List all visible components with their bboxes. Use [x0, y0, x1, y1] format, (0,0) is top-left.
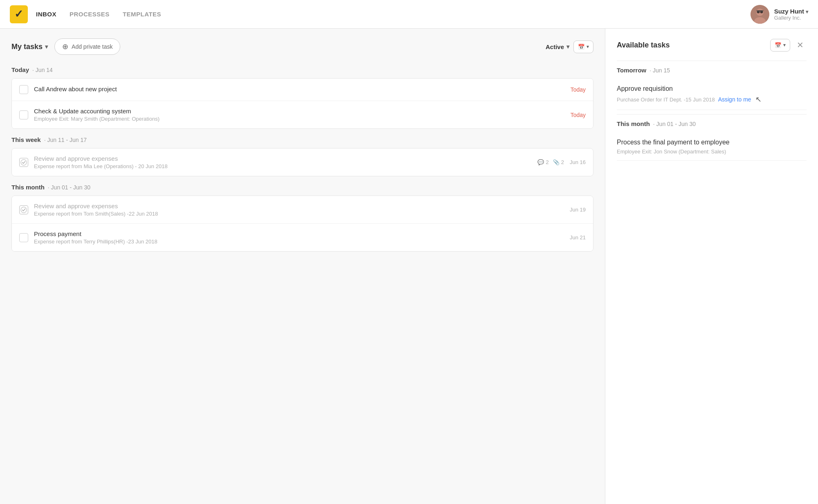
task-row[interactable]: Process payment Expense report from Terr… — [12, 224, 593, 251]
nav-templates[interactable]: TEMPLATES — [123, 9, 161, 19]
comment-number: 2 — [546, 159, 548, 165]
right-panel-header: Available tasks 📅 ▾ ✕ — [617, 38, 807, 52]
app-logo[interactable]: ✓ — [10, 5, 28, 23]
available-task-title: Process the final payment to employee — [617, 139, 807, 146]
user-info: Suzy Hunt▾ Gallery Inc. — [774, 8, 808, 21]
attachment-number: 2 — [561, 159, 564, 165]
my-tasks-chevron-icon: ▾ — [45, 43, 48, 50]
task-right: 💬 2 📎 2 Jun 16 — [537, 159, 586, 165]
task-content: Process payment Expense report from Terr… — [34, 230, 570, 245]
task-right: Jun 19 — [570, 207, 586, 213]
task-checkbox[interactable] — [19, 85, 28, 94]
right-section-tomorrow-date: · Jun 15 — [649, 67, 670, 74]
comment-icon: 💬 — [537, 159, 544, 165]
task-title: Check & Update accounting system — [34, 108, 571, 115]
right-calendar-chevron-icon: ▾ — [783, 42, 786, 48]
this-week-task-group: Review and approve expenses Expense repo… — [11, 148, 593, 176]
task-right: Today — [571, 112, 586, 118]
task-date: Today — [571, 86, 586, 93]
task-title: Review and approve expenses — [34, 155, 537, 162]
right-section-month-label: This month — [617, 120, 650, 127]
attachment-icon: 📎 — [553, 159, 560, 165]
task-title: Call Andrew about new project — [34, 86, 571, 92]
right-section-this-month: This month · Jun 01 - Jun 30 — [617, 114, 807, 127]
top-navigation: ✓ INBOX PROCESSES TEMPLATES — [0, 0, 818, 29]
section-week-label: This week — [11, 136, 41, 143]
available-task-row[interactable]: Process the final payment to employee Em… — [617, 133, 807, 161]
my-tasks-dropdown[interactable]: My tasks ▾ — [11, 43, 48, 51]
available-task-sub: Employee Exit: Jon Snow (Department: Sal… — [617, 148, 807, 155]
task-row[interactable]: Review and approve expenses Expense repo… — [12, 196, 593, 224]
my-tasks-label: My tasks — [11, 43, 43, 51]
right-controls-group: 📅 ▾ ✕ — [770, 38, 807, 52]
today-task-group: Call Andrew about new project Today Chec… — [11, 78, 593, 129]
task-date: Today — [571, 112, 586, 118]
section-week-date: · Jun 11 - Jun 17 — [44, 137, 87, 143]
add-private-task-button[interactable]: ⊕ Add private task — [54, 38, 120, 55]
task-row[interactable]: Check & Update accounting system Employe… — [12, 101, 593, 128]
task-subtitle: Expense report from Terry Phillips(HR) -… — [34, 239, 570, 245]
left-panel: My tasks ▾ ⊕ Add private task Active ▾ 📅… — [0, 29, 605, 504]
right-calendar-button[interactable]: 📅 ▾ — [770, 39, 790, 52]
right-controls: Active ▾ 📅 ▾ — [546, 40, 593, 53]
task-row[interactable]: Review and approve expenses Expense repo… — [12, 148, 593, 176]
calendar-view-button[interactable]: 📅 ▾ — [573, 40, 593, 53]
avatar[interactable] — [751, 5, 769, 24]
this-month-task-group: Review and approve expenses Expense repo… — [11, 196, 593, 252]
nav-processes[interactable]: PROCESSES — [70, 9, 110, 19]
task-content: Call Andrew about new project — [34, 86, 571, 94]
section-today-date: · Jun 14 — [32, 67, 53, 73]
task-date: Jun 16 — [570, 159, 586, 165]
available-task-row[interactable]: Approve requisition Purchase Order for I… — [617, 79, 807, 110]
task-content: Check & Update accounting system Employe… — [34, 108, 571, 122]
add-task-label: Add private task — [72, 43, 112, 50]
available-task-subtitle: Employee Exit: Jon Snow (Department: Sal… — [617, 148, 726, 155]
svg-rect-8 — [759, 10, 764, 11]
attachment-count: 📎 2 — [553, 159, 564, 165]
task-subtitle: Employee Exit: Mary Smith (Department: O… — [34, 116, 571, 122]
nav-links: INBOX PROCESSES TEMPLATES — [36, 9, 751, 19]
available-tasks-title: Available tasks — [617, 41, 670, 50]
task-title: Process payment — [34, 230, 570, 237]
task-checkbox[interactable] — [19, 110, 28, 119]
assign-to-me-button[interactable]: Assign to me — [718, 96, 751, 103]
section-today: Today · Jun 14 — [11, 66, 593, 73]
right-section-tomorrow: Tomorrow · Jun 15 — [617, 61, 807, 74]
close-right-panel-button[interactable]: ✕ — [793, 38, 807, 52]
active-label: Active — [546, 43, 564, 50]
task-date: Jun 21 — [570, 234, 586, 241]
section-month-label: This month — [11, 184, 45, 191]
right-section-tomorrow-label: Tomorrow — [617, 67, 646, 74]
task-subtitle: Expense report from Mia Lee (Operations)… — [34, 163, 537, 169]
avatar-image — [751, 5, 769, 24]
plus-icon: ⊕ — [62, 42, 68, 51]
section-today-label: Today — [11, 66, 29, 73]
task-right: Jun 21 — [570, 234, 586, 241]
task-row[interactable]: Call Andrew about new project Today — [12, 79, 593, 101]
right-panel: Available tasks 📅 ▾ ✕ Tomorrow · Jun 15 … — [605, 29, 818, 504]
calendar-icon: 📅 — [578, 44, 585, 50]
nav-inbox[interactable]: INBOX — [36, 9, 56, 19]
task-content: Review and approve expenses Expense repo… — [34, 155, 537, 169]
logo-checkmark-icon: ✓ — [14, 8, 23, 20]
task-checkbox[interactable] — [19, 158, 28, 167]
available-task-subtitle: Purchase Order for IT Dept. -15 Jun 2018 — [617, 97, 715, 103]
left-header: My tasks ▾ ⊕ Add private task Active ▾ 📅… — [11, 38, 593, 55]
active-filter-dropdown[interactable]: Active ▾ — [546, 43, 569, 50]
right-section-month-date: · Jun 01 - Jun 30 — [653, 121, 696, 127]
user-section: Suzy Hunt▾ Gallery Inc. — [751, 5, 808, 24]
task-right: Today — [571, 86, 586, 93]
task-meta: 💬 2 📎 2 — [537, 159, 564, 165]
right-calendar-icon: 📅 — [775, 42, 782, 48]
user-company: Gallery Inc. — [774, 15, 808, 21]
section-this-week: This week · Jun 11 - Jun 17 — [11, 136, 593, 143]
user-name[interactable]: Suzy Hunt▾ — [774, 8, 808, 15]
task-checkbox[interactable] — [19, 233, 28, 242]
active-chevron-icon: ▾ — [566, 43, 569, 50]
cursor-icon: ↖ — [755, 95, 762, 104]
section-month-date: · Jun 01 - Jun 30 — [48, 184, 90, 191]
section-this-month: This month · Jun 01 - Jun 30 — [11, 184, 593, 191]
svg-point-9 — [21, 160, 27, 165]
available-task-title: Approve requisition — [617, 85, 807, 92]
task-checkbox[interactable] — [19, 205, 28, 214]
